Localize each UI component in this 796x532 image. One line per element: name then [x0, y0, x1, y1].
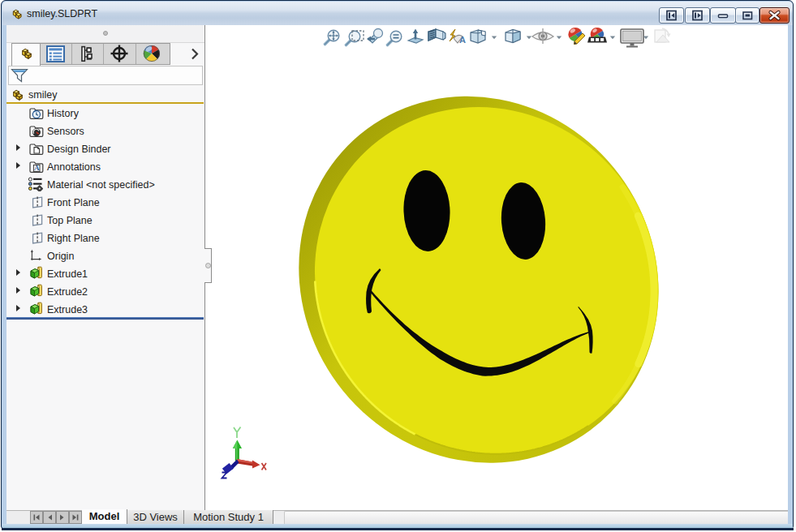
svg-text:A: A [459, 35, 466, 45]
svg-text:A: A [34, 164, 40, 172]
